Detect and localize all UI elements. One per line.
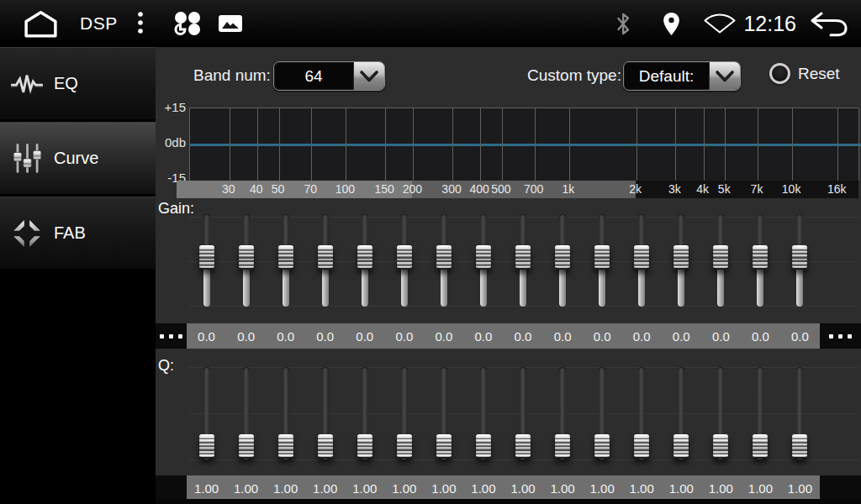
gain-value: 0.0 — [463, 323, 503, 349]
gallery-icon[interactable] — [219, 15, 242, 32]
gain-slider — [266, 214, 305, 307]
gain-slider — [424, 214, 463, 307]
sidebar-item-eq[interactable]: EQ — [0, 47, 156, 120]
q-slider-knob[interactable] — [476, 434, 491, 459]
q-slider — [305, 367, 345, 459]
q-slider-knob[interactable] — [397, 434, 412, 459]
grid-line — [535, 108, 536, 181]
q-slider — [266, 367, 305, 459]
gain-slider-knob[interactable] — [199, 245, 214, 270]
q-slider — [504, 367, 543, 459]
grid-line — [346, 108, 346, 181]
app-title: DSP — [80, 13, 118, 34]
q-slider-knob[interactable] — [357, 434, 372, 459]
q-slider-knob[interactable] — [515, 434, 531, 459]
band-num-label: Band num: — [193, 61, 271, 90]
freq-tick-label: 4k — [696, 181, 709, 198]
q-slider-knob[interactable] — [239, 434, 254, 459]
q-slider-knob[interactable] — [753, 434, 768, 459]
gain-slider-knob[interactable] — [713, 245, 728, 270]
q-slider — [424, 367, 463, 459]
custom-type-value: Default: — [624, 62, 709, 90]
band-num-dropdown[interactable]: 64 — [273, 61, 385, 91]
grid-line — [637, 108, 637, 181]
gain-slider-knob[interactable] — [673, 245, 689, 270]
gain-value: 0.0 — [226, 323, 266, 349]
gain-slider-knob[interactable] — [436, 245, 452, 270]
gain-slider-knob[interactable] — [792, 245, 807, 270]
q-slider-knob[interactable] — [436, 434, 452, 459]
gain-slider — [741, 214, 780, 307]
fade-balance-icon — [0, 218, 54, 249]
chevron-down-icon[interactable] — [709, 62, 740, 90]
q-value: 1.00 — [662, 475, 701, 501]
grid-line — [675, 108, 676, 181]
q-values: 1.001.001.001.001.001.001.001.001.001.00… — [187, 475, 820, 501]
freq-tick-label: 400 — [470, 181, 489, 198]
gain-slider-knob[interactable] — [594, 245, 610, 270]
q-slider-knob[interactable] — [555, 434, 570, 459]
gain-slider-knob[interactable] — [555, 245, 570, 270]
gain-slider — [543, 214, 583, 307]
gain-value: 0.0 — [187, 323, 226, 349]
overflow-menu-icon[interactable] — [136, 11, 145, 36]
home-icon[interactable] — [22, 9, 60, 39]
gain-slider — [701, 214, 741, 307]
sidebar-item-label: FAB — [54, 223, 86, 243]
q-slider-knob[interactable] — [673, 434, 689, 459]
sidebar-item-fab[interactable]: FAB — [0, 197, 156, 270]
band-num-value: 64 — [274, 62, 353, 90]
gain-more-right-button[interactable] — [820, 323, 861, 349]
grid-line — [502, 108, 503, 181]
custom-type-label: Custom type: — [527, 61, 621, 90]
q-slider-knob[interactable] — [713, 434, 728, 459]
q-value: 1.00 — [780, 475, 820, 501]
gain-more-left-button[interactable] — [156, 323, 187, 349]
q-value: 1.00 — [187, 475, 226, 501]
main-panel: Band num: 64 Custom type: Default: Reset… — [156, 47, 861, 504]
back-icon[interactable] — [808, 11, 848, 37]
gain-value: 0.0 — [780, 323, 820, 349]
gain-values: 0.00.00.00.00.00.00.00.00.00.00.00.00.00… — [187, 323, 820, 349]
q-slider-knob[interactable] — [792, 434, 807, 459]
q-slider-knob[interactable] — [199, 434, 214, 459]
gain-slider-knob[interactable] — [239, 245, 254, 270]
freq-tick-label: 16k — [827, 181, 847, 198]
freq-tick-label: 3k — [668, 181, 681, 198]
q-value: 1.00 — [226, 475, 266, 501]
waveform-icon — [0, 71, 54, 97]
freq-tick-label: 100 — [335, 181, 355, 198]
custom-type-dropdown[interactable]: Default: — [623, 61, 741, 91]
gain-slider — [463, 214, 503, 307]
grid-line — [257, 108, 258, 181]
q-value: 1.00 — [424, 475, 463, 501]
q-slider-knob[interactable] — [318, 434, 333, 459]
q-slider-knob[interactable] — [594, 434, 610, 459]
q-slider-knob[interactable] — [634, 434, 649, 459]
gain-slider-knob[interactable] — [634, 245, 649, 270]
chevron-down-icon[interactable] — [353, 62, 384, 90]
q-slider — [780, 367, 820, 459]
sidebar-item-curve[interactable]: Curve — [0, 122, 156, 195]
reset-radio[interactable] — [769, 63, 790, 84]
gain-slider-knob[interactable] — [476, 245, 491, 270]
gain-slider-knob[interactable] — [278, 245, 293, 270]
gain-slider-knob[interactable] — [357, 245, 372, 270]
gain-slider-knob[interactable] — [753, 245, 768, 270]
q-value: 1.00 — [345, 475, 384, 501]
gain-slider — [583, 214, 622, 307]
q-slider — [701, 367, 741, 459]
eq-plot — [189, 108, 858, 181]
gain-value: 0.0 — [305, 323, 345, 349]
gain-slider-knob[interactable] — [397, 245, 412, 270]
grid-line — [480, 108, 481, 181]
freq-tick-label: 30 — [222, 181, 235, 198]
grid-line — [837, 108, 838, 181]
gain-slider-knob[interactable] — [318, 245, 333, 270]
quick-apps-icon[interactable] — [172, 11, 203, 36]
q-value: 1.00 — [384, 475, 424, 501]
grid-line — [569, 108, 570, 181]
gain-slider-knob[interactable] — [515, 245, 531, 270]
wifi-icon — [703, 13, 737, 34]
q-slider-knob[interactable] — [278, 434, 293, 459]
